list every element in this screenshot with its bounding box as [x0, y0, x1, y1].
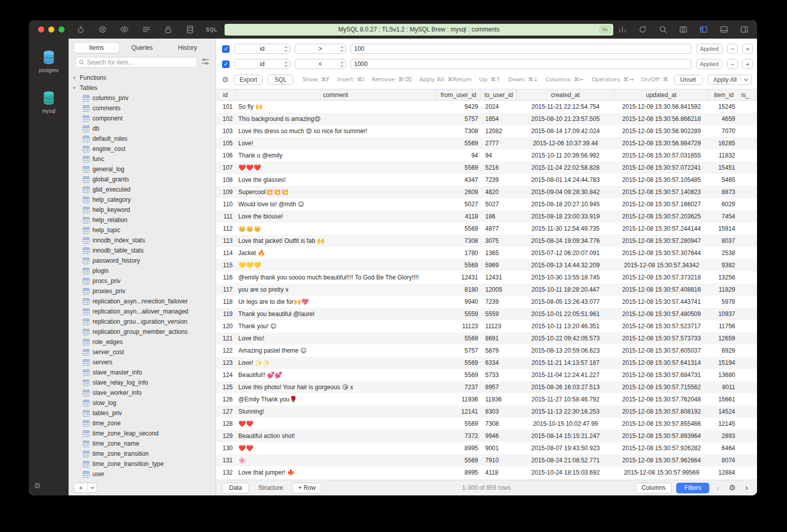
cell-is_[interactable] — [739, 332, 757, 345]
cell-id[interactable]: 110 — [216, 198, 235, 210]
cell-updated_at[interactable]: 2015-12-08 15:30:57.072241 — [614, 162, 709, 174]
cell-comment[interactable]: Love the glasses! — [235, 174, 436, 186]
table-row[interactable]: 132Love that jumper! 🍁899541182015-10-24… — [216, 466, 757, 479]
cell-from_user_id[interactable]: 5569 — [436, 223, 481, 235]
cell-from_user_id[interactable]: 5569 — [436, 332, 481, 345]
cell-item_id[interactable]: 11832 — [709, 149, 739, 162]
cell-from_user_id[interactable]: 1780 — [436, 247, 481, 259]
table-row[interactable]: 119Thank you beautiful @laurel5559555920… — [216, 308, 757, 320]
cell-updated_at[interactable]: 2015-12-08 15:30:57.105485 — [614, 174, 709, 186]
cell-id[interactable]: 102 — [216, 113, 235, 125]
cell-item_id[interactable]: 8037 — [709, 235, 739, 247]
cell-to_user_id[interactable]: 5733 — [481, 369, 517, 381]
next-page-icon[interactable]: › — [742, 484, 751, 492]
table-row[interactable]: 128❤️❤️556973082015-10-15 10:02:47.99201… — [216, 418, 757, 430]
cell-id[interactable]: 119 — [216, 308, 235, 320]
cell-created_at[interactable]: 2015-11-30 12:54:49.735 — [517, 223, 614, 235]
filter-column-select[interactable]: id — [234, 44, 290, 54]
cell-id[interactable]: 131 — [216, 454, 235, 466]
sidebar-table-item[interactable]: slave_relay_log_info — [69, 378, 215, 388]
cell-item_id[interactable]: 7070 — [709, 125, 739, 137]
cell-created_at[interactable]: 2015-08-26 16:03:27.513 — [517, 381, 614, 393]
cell-created_at[interactable]: 2015-11-24 22:02:58.828 — [517, 162, 614, 174]
cell-updated_at[interactable]: 2015-12-08 15:30:57.605037 — [614, 345, 709, 357]
cell-from_user_id[interactable]: 9940 — [436, 296, 481, 308]
cell-item_id[interactable]: 15194 — [709, 357, 739, 369]
cell-updated_at[interactable]: 2015-12-08 15:30:57.684731 — [614, 369, 709, 381]
cell-id[interactable]: 105 — [216, 137, 235, 149]
cell-created_at[interactable]: 2015-10-22 09:42:05.573 — [517, 332, 614, 345]
cell-from_user_id[interactable]: 7237 — [436, 381, 481, 393]
cell-is_[interactable] — [739, 345, 757, 357]
cell-updated_at[interactable]: 2015-12-08 15:30:57.893964 — [614, 430, 709, 442]
cell-comment[interactable]: Thank u @emily — [235, 149, 436, 162]
cell-from_user_id[interactable]: 4347 — [436, 174, 481, 186]
sidebar-table-item[interactable]: help_topic — [69, 225, 215, 235]
cell-item_id[interactable]: 6464 — [709, 442, 739, 454]
cell-updated_at[interactable]: 2015-12-08 15:30:56.866218 — [614, 113, 709, 125]
cell-to_user_id[interactable]: 5879 — [481, 345, 517, 357]
sidebar-table-item[interactable]: db — [69, 123, 215, 134]
sidebar-table-item[interactable]: proxies_priv — [69, 286, 215, 296]
cell-item_id[interactable]: 4659 — [709, 113, 739, 125]
table-row[interactable]: 126@Emily Thank you🌹11936119362015-11-27… — [216, 393, 757, 405]
sidebar-table-item[interactable]: replication_grou...iguration_version — [69, 317, 215, 327]
filter-enabled-checkbox[interactable]: ✓ — [222, 45, 230, 53]
table-row[interactable]: 123Love! ✨✨556963342015-11-21 14:13:57.1… — [216, 357, 757, 369]
settings-gear-icon[interactable]: ⚙ — [34, 481, 41, 490]
cell-is_[interactable] — [739, 186, 757, 198]
table-row[interactable]: 131🌸556979102015-08-24 21:08:52.7712015-… — [216, 454, 757, 466]
cell-is_[interactable] — [739, 466, 757, 479]
cell-updated_at[interactable]: 2015-12-08 15:30:57.373218 — [614, 271, 709, 284]
table-columns-icon[interactable] — [678, 25, 688, 35]
cell-from_user_id[interactable]: 8995 — [436, 466, 481, 479]
cell-from_user_id[interactable]: 5757 — [436, 345, 481, 357]
cell-from_user_id[interactable]: 5569 — [436, 259, 481, 271]
table-row[interactable]: 116@emily thank you soooo much beautiful… — [216, 271, 757, 284]
cell-item_id[interactable]: 6929 — [709, 345, 739, 357]
cell-from_user_id[interactable]: 5027 — [436, 198, 481, 210]
table-row[interactable]: 129Beautiful action shot!737299462015-08… — [216, 430, 757, 442]
cell-updated_at[interactable]: 2015-12-08 15:30:57.926282 — [614, 442, 709, 454]
cell-item_id[interactable]: 9382 — [709, 259, 739, 271]
cell-is_[interactable] — [739, 259, 757, 271]
sidebar-table-item[interactable]: innodb_table_stats — [69, 245, 215, 256]
cell-created_at[interactable]: 2015-11-21 22:12:54.754 — [517, 101, 614, 113]
filter-remove-button[interactable]: − — [727, 44, 738, 54]
sidebar-table-item[interactable]: comments — [69, 103, 215, 113]
cell-created_at[interactable]: 2015-08-07 19:43:50.923 — [517, 442, 614, 454]
cell-id[interactable]: 130 — [216, 442, 235, 454]
cell-created_at[interactable]: 2015-08-14 17:09:42.024 — [517, 125, 614, 137]
cell-created_at[interactable]: 2015-11-27 10:58:46.792 — [517, 393, 614, 405]
cell-updated_at[interactable]: 2015-12-08 15:30:57.962664 — [614, 454, 709, 466]
cell-from_user_id[interactable]: 4118 — [436, 210, 481, 223]
cell-created_at[interactable]: 2015-10-01 22:05:51.961 — [517, 308, 614, 320]
add-item-dropdown[interactable] — [87, 483, 97, 492]
cell-item_id[interactable]: 10937 — [709, 308, 739, 320]
filter-operator-select[interactable]: > — [295, 44, 346, 54]
table-row[interactable]: 124Beautiful!! 💕💕556957332015-11-04 12:2… — [216, 369, 757, 381]
cell-id[interactable]: 129 — [216, 430, 235, 442]
cell-id[interactable]: 108 — [216, 174, 235, 186]
tree-group-tables[interactable]: ▾ Tables — [69, 83, 215, 93]
connection-mysql[interactable]: mysql — [42, 90, 55, 114]
footer-gear-icon[interactable]: ⚙ — [727, 483, 738, 492]
cell-is_[interactable] — [739, 235, 757, 247]
cell-created_at[interactable]: 2015-10-24 18:15:03.692 — [517, 466, 614, 479]
cell-from_user_id[interactable]: 5569 — [436, 418, 481, 430]
cell-from_user_id[interactable]: 12141 — [436, 405, 481, 418]
table-row[interactable]: 101So fly 🙌942920242015-11-21 22:12:54.7… — [216, 101, 757, 113]
table-row[interactable]: 125Love this photo! Your hair is gorgeou… — [216, 381, 757, 393]
cell-is_[interactable] — [739, 357, 757, 369]
sidebar-table-item[interactable]: func — [69, 154, 215, 164]
cell-updated_at[interactable]: 2015-12-08 15:30:56.984729 — [614, 137, 709, 149]
cell-created_at[interactable]: 2015-10-15 10:02:47.99 — [517, 418, 614, 430]
sidebar-table-item[interactable]: gtid_executed — [69, 184, 215, 195]
table-row[interactable]: 107❤️❤️❤️556952162015-11-24 22:02:58.828… — [216, 162, 757, 174]
cell-to_user_id[interactable]: 5969 — [481, 259, 517, 271]
sidebar-table-item[interactable]: slave_master_info — [69, 367, 215, 378]
cell-from_user_id[interactable]: 2609 — [436, 186, 481, 198]
cell-to_user_id[interactable]: 7239 — [481, 174, 517, 186]
connection-postgres[interactable]: postgres — [39, 50, 58, 73]
cell-is_[interactable] — [739, 271, 757, 284]
